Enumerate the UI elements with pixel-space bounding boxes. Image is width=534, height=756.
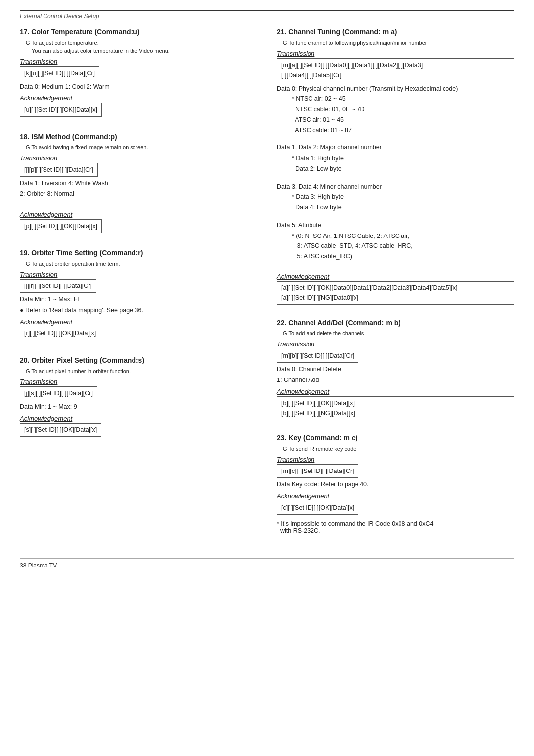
section-21-transmission-label: Transmission [277, 50, 514, 57]
section-18: 18. ISM Method (Command:p) To avoid havi… [20, 133, 257, 235]
section-21-data-3-sub2: 5: ATSC cable_IRC) [292, 252, 514, 261]
page-number: 38 Plasma TV [20, 562, 57, 569]
section-21-code-line1: [m][a][ ][Set ID][ ][Data0][ ][Data1][ ]… [281, 62, 423, 69]
section-21-data-3-sub1: 3: ATSC cable_STD, 4: ATSC cable_HRC, [292, 241, 514, 251]
section-17: 17. Color Temperature (Command:u) To adj… [20, 28, 257, 119]
section-19-transmission-code: [j][r][ ][Set ID][ ][Data][Cr] [20, 279, 96, 293]
section-20-title: 20. Orbiter Pixel Setting (Command:s) [20, 356, 257, 364]
section-23-ack-label: Acknowledgement [277, 492, 514, 500]
section-19-title: 19. Orbiter Time Setting (Command:r) [20, 249, 257, 257]
section-19-data-0: Data Min: 1 ~ Max: FE [20, 295, 257, 304]
section-22: 22. Channel Add/Del (Command: m b) To ad… [277, 319, 514, 420]
section-19-ack-code: [r][ ][Set ID][ ][OK][Data][x] [20, 327, 100, 340]
section-21-data-block-0-line: Data 0: Physical channel number (Transmi… [277, 84, 514, 94]
section-18-bullet: To avoid having a fixed image remain on … [26, 143, 257, 152]
section-21-data-1-sub1: Data 2: Low byte [292, 164, 514, 174]
section-21-data-2-sub0: * Data 3: High byte [292, 192, 514, 202]
section-20-ack-label: Acknowledgement [20, 415, 257, 422]
section-20-bullet: To adjust pixel number in orbiter functi… [26, 367, 257, 376]
section-22-ack-code: [b][ ][Set ID][ ][OK][Data][x] [b][ ][Se… [277, 396, 514, 420]
section-20-transmission-code: [j][s][ ][Set ID][ ][Data][Cr] [20, 386, 97, 400]
section-23-transmission-code: [m][c][ ][Set ID][ ][Data][Cr] [277, 464, 358, 478]
section-21-ack-line2: [a][ ][Set ID][ ][NG][Data0][x] [281, 294, 358, 301]
section-21-bullet: To tune channel to following physical/ma… [283, 39, 514, 47]
section-23-data-0: Data Key code: Refer to page 40. [277, 480, 514, 489]
section-23: 23. Key (Command: m c) To send IR remote… [277, 434, 514, 534]
section-19-ack-label: Acknowledgement [20, 318, 257, 326]
section-21-data-1-sub0: * Data 1: High byte [292, 154, 514, 163]
left-column: 17. Color Temperature (Command:u) To adj… [20, 28, 257, 453]
section-21-code-line2: [ ][Data4][ ][Data5][Cr] [281, 72, 342, 79]
section-22-data-1: 1: Channel Add [277, 376, 514, 385]
section-21-ack-code: [a][ ][Set ID][ ][OK][Data0][Data1][Data… [277, 281, 514, 305]
page: External Control Device Setup 17. Color … [0, 0, 534, 756]
section-23-note: * It's impossible to command the IR Code… [277, 520, 514, 534]
section-22-ack-label: Acknowledgement [277, 388, 514, 395]
section-17-transmission-label: Transmission [20, 58, 257, 65]
section-22-data-0: Data 0: Channel Delete [277, 365, 514, 374]
section-18-ack-code: [p][ ][Set ID][ ][OK][Data][x] [20, 219, 102, 233]
section-21-data-2-sub1: Data 4: Low byte [292, 203, 514, 212]
section-21-data-block-2-line: Data 3, Data 4: Minor channel number [277, 182, 514, 191]
section-22-bullet: To add and delete the channels [283, 330, 514, 338]
section-21-data-0-sub3: ATSC cable: 01 ~ 87 [292, 126, 514, 135]
section-22-ack-line1: [b][ ][Set ID][ ][OK][Data][x] [281, 400, 355, 407]
section-21-data-0-sub2: ATSC air: 01 ~ 45 [292, 115, 514, 125]
section-20: 20. Orbiter Pixel Setting (Command:s) To… [20, 356, 257, 439]
section-23-ack-code: [c][ ][Set ID][ ][OK][Data][x] [277, 501, 358, 515]
section-21: 21. Channel Tuning (Command: m a) To tun… [277, 28, 514, 305]
section-21-data-0-sub1: NTSC cable: 01, 0E ~ 7D [292, 105, 514, 114]
section-17-title: 17. Color Temperature (Command:u) [20, 28, 257, 36]
section-18-data-1: 2: Orbiter 8: Normal [20, 189, 257, 199]
section-21-title: 21. Channel Tuning (Command: m a) [277, 28, 514, 36]
section-23-title: 23. Key (Command: m c) [277, 434, 514, 442]
section-20-ack-code: [s][ ][Set ID][ ][OK][Data][x] [20, 423, 101, 437]
section-18-transmission-code: [j][p][ ][Set ID][ ][Data][Cr] [20, 163, 98, 177]
section-18-title: 18. ISM Method (Command:p) [20, 133, 257, 141]
section-19-transmission-label: Transmission [20, 271, 257, 278]
section-17-ack-label: Acknowledgement [20, 94, 257, 102]
section-17-transmission-code: [k][u][ ][Set ID][ ][Data][Cr] [20, 66, 99, 80]
section-22-transmission-label: Transmission [277, 340, 514, 348]
section-18-transmission-label: Transmission [20, 154, 257, 162]
section-21-data-block-1-line: Data 1, Data 2: Major channel number [277, 143, 514, 152]
section-19-bullet: To adjust orbiter operation time term. [26, 260, 257, 268]
section-22-title: 22. Channel Add/Del (Command: m b) [277, 319, 514, 327]
section-20-data-0: Data Min: 1 ~ Max: 9 [20, 402, 257, 412]
section-21-ack-label: Acknowledgement [277, 273, 514, 280]
section-17-data-0: Data 0: Medium 1: Cool 2: Warm [20, 82, 257, 92]
section-21-data-0-sub0: * NTSC air: 02 ~ 45 [292, 94, 514, 104]
section-21-data-block-3-line: Data 5: Attribute [277, 221, 514, 230]
footer-rule: 38 Plasma TV [20, 558, 514, 569]
section-19-data-1: ● Refer to 'Real data mapping'. See page… [20, 306, 257, 315]
section-22-transmission-code: [m][b][ ][Set ID][ ][Data][Cr] [277, 349, 358, 363]
section-21-ack-line1: [a][ ][Set ID][ ][OK][Data0][Data1][Data… [281, 284, 457, 291]
section-18-data-0: Data 1: Inversion 4: White Wash [20, 179, 257, 188]
right-column: 21. Channel Tuning (Command: m a) To tun… [277, 28, 514, 548]
section-19: 19. Orbiter Time Setting (Command:r) To … [20, 249, 257, 342]
section-22-ack-line2: [b][ ][Set ID][ ][NG][Data][x] [281, 410, 355, 417]
page-header: External Control Device Setup [20, 13, 514, 20]
section-20-transmission-label: Transmission [20, 378, 257, 385]
header-rule [20, 10, 514, 11]
main-content: 17. Color Temperature (Command:u) To adj… [20, 28, 514, 548]
section-21-data-3-sub0: * (0: NTSC Air, 1:NTSC Cable, 2: ATSC ai… [292, 232, 514, 241]
section-23-bullet: To send IR remote key code [283, 445, 514, 453]
section-23-transmission-label: Transmission [277, 456, 514, 463]
section-21-transmission-code: [m][a][ ][Set ID][ ][Data0][ ][Data1][ ]… [277, 58, 514, 82]
section-18-ack-label: Acknowledgement [20, 211, 257, 218]
section-17-bullet: To adjust color temperature. You can als… [26, 39, 257, 55]
section-17-ack-code: [u][ ][Set ID][ ][OK][Data][x] [20, 103, 102, 117]
